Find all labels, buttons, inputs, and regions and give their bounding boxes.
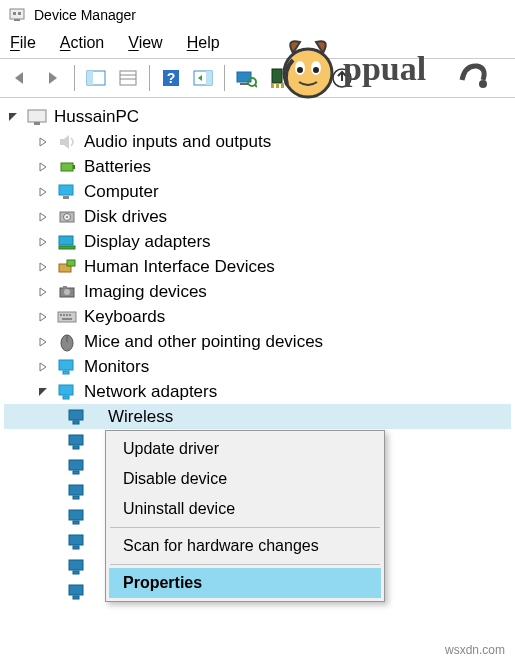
svg-rect-54 [63, 371, 69, 374]
disk-icon [56, 206, 78, 228]
expander-icon[interactable] [36, 310, 50, 324]
forward-button[interactable] [38, 63, 68, 93]
scan-hardware-button[interactable] [231, 63, 261, 93]
expander-icon[interactable] [36, 360, 50, 374]
svg-rect-62 [73, 471, 79, 474]
svg-rect-1 [13, 12, 16, 15]
svg-rect-71 [69, 585, 83, 595]
svg-rect-69 [69, 560, 83, 570]
svg-rect-17 [272, 69, 282, 83]
menu-view[interactable]: View [128, 34, 162, 52]
ctx-update-driver[interactable]: Update driver [109, 434, 381, 464]
window-title: Device Manager [34, 7, 136, 23]
tree-item-network[interactable]: Network adapters [4, 379, 511, 404]
app-icon [8, 6, 26, 24]
tree-item-batteries[interactable]: Batteries [4, 154, 511, 179]
toolbar-separator [224, 65, 225, 91]
svg-rect-48 [66, 314, 68, 316]
expander-icon[interactable] [36, 210, 50, 224]
ctx-separator [110, 527, 380, 528]
tree-item-monitors[interactable]: Monitors [4, 354, 511, 379]
tree-label: Audio inputs and outputs [84, 132, 271, 152]
toolbar: ? [0, 58, 515, 98]
mouse-icon [56, 331, 78, 353]
expander-icon[interactable] [36, 260, 50, 274]
ctx-disable-device[interactable]: Disable device [109, 464, 381, 494]
ctx-properties[interactable]: Properties [109, 568, 381, 598]
tree-item-mice[interactable]: Mice and other pointing devices [4, 329, 511, 354]
tree-item-keyboards[interactable]: Keyboards [4, 304, 511, 329]
menubar: FileActionViewHelp [0, 30, 515, 58]
computer-root-icon [26, 106, 48, 128]
svg-rect-59 [69, 435, 83, 445]
expander-icon[interactable] [36, 335, 50, 349]
imaging-icon [56, 281, 78, 303]
expander-icon[interactable] [36, 235, 50, 249]
expander-icon[interactable] [36, 285, 50, 299]
svg-rect-49 [69, 314, 71, 316]
svg-rect-38 [59, 236, 73, 245]
help-button[interactable]: ? [156, 63, 186, 93]
svg-rect-34 [63, 196, 69, 199]
svg-rect-0 [10, 9, 24, 19]
svg-rect-31 [61, 163, 73, 171]
ctx-uninstall-device[interactable]: Uninstall device [109, 494, 381, 524]
ctx-separator [110, 564, 380, 565]
expander-icon[interactable] [36, 160, 50, 174]
svg-point-43 [64, 289, 70, 295]
svg-rect-2 [18, 12, 21, 15]
computer-icon [56, 181, 78, 203]
ctx-scan-hardware[interactable]: Scan for hardware changes [109, 531, 381, 561]
menu-help[interactable]: Help [187, 34, 220, 52]
expander-icon[interactable] [36, 185, 50, 199]
svg-rect-44 [63, 286, 67, 289]
root-label: HussainPC [54, 107, 139, 127]
tree-item-wireless[interactable]: Wireless [4, 404, 511, 429]
svg-rect-57 [69, 410, 83, 420]
network-adapter-icon [66, 456, 88, 478]
svg-rect-47 [63, 314, 65, 316]
svg-rect-66 [73, 521, 79, 524]
monitor-icon [56, 356, 78, 378]
hid-icon [56, 256, 78, 278]
expander-icon[interactable] [6, 110, 20, 124]
network-adapter-icon [66, 581, 88, 603]
svg-rect-70 [73, 571, 79, 574]
svg-rect-18 [271, 83, 274, 88]
expander-icon[interactable] [36, 135, 50, 149]
tree-item-disk[interactable]: Disk drives [4, 204, 511, 229]
svg-rect-32 [73, 165, 75, 169]
tree-label: Human Interface Devices [84, 257, 275, 277]
properties-button[interactable] [113, 63, 143, 93]
menu-action[interactable]: Action [60, 34, 104, 52]
action-pane-button[interactable] [188, 63, 218, 93]
svg-text:?: ? [167, 70, 176, 86]
tree-item-audio[interactable]: Audio inputs and outputs [4, 129, 511, 154]
footer-text: wsxdn.com [445, 643, 505, 657]
svg-rect-60 [73, 446, 79, 449]
svg-rect-3 [14, 19, 20, 21]
svg-rect-41 [67, 260, 75, 266]
speaker-icon [56, 131, 78, 153]
titlebar: Device Manager [0, 0, 515, 30]
tree-root[interactable]: HussainPC [4, 104, 511, 129]
svg-rect-30 [34, 122, 40, 125]
expander-icon[interactable] [36, 385, 50, 399]
show-hide-tree-button[interactable] [81, 63, 111, 93]
tree-item-display[interactable]: Display adapters [4, 229, 511, 254]
svg-rect-56 [63, 396, 69, 399]
tree-item-computer[interactable]: Computer [4, 179, 511, 204]
svg-rect-67 [69, 535, 83, 545]
uninstall-button[interactable] [295, 63, 325, 93]
add-legacy-button[interactable] [263, 63, 293, 93]
svg-rect-12 [206, 71, 212, 85]
svg-rect-46 [60, 314, 62, 316]
tree-item-imaging[interactable]: Imaging devices [4, 279, 511, 304]
menu-file[interactable]: File [10, 34, 36, 52]
tree-item-hid[interactable]: Human Interface Devices [4, 254, 511, 279]
back-button[interactable] [6, 63, 36, 93]
network-icon [56, 381, 78, 403]
update-drivers-button[interactable] [327, 63, 357, 93]
keyboard-icon [56, 306, 78, 328]
tree-label: Mice and other pointing devices [84, 332, 323, 352]
